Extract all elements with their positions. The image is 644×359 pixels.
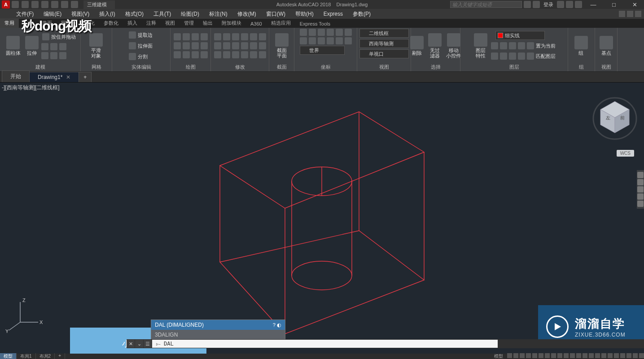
align-icon[interactable] [259, 42, 266, 49]
panel-title[interactable]: 视图 [597, 63, 615, 71]
ribbon-tab-home[interactable]: 常用 [0, 18, 19, 28]
panel-title[interactable]: 图层 [462, 63, 566, 71]
ribbon-tab-addins[interactable]: 附加模块 [217, 18, 246, 28]
a360-icon[interactable] [566, 1, 573, 8]
autocomplete-help-icon[interactable]: ? [273, 322, 276, 328]
chamfer-icon[interactable] [232, 42, 239, 49]
status-customize-icon[interactable] [639, 353, 644, 358]
minimize-button[interactable]: — [584, 0, 603, 9]
panel-title[interactable]: 截面 [271, 63, 292, 71]
polygon-icon[interactable] [183, 42, 190, 49]
slice-button[interactable]: 分割 [128, 52, 153, 61]
move-gizmo-button[interactable]: 移动 小控件 [444, 32, 463, 59]
tab-drawing1[interactable]: Drawing1*✕ [29, 72, 79, 82]
line-icon[interactable] [174, 33, 181, 40]
viewport-config-dropdown[interactable]: 单视口 [359, 49, 409, 58]
layout-tab-model[interactable]: 模型 [0, 353, 17, 359]
ribbon-tab-manage[interactable]: 管理 [180, 18, 198, 28]
navbar-wheel-icon[interactable] [637, 172, 644, 178]
extrude-button[interactable]: 拉伸 [23, 35, 40, 57]
panel-title[interactable]: 选择 [413, 63, 458, 71]
ucs-icon3[interactable] [318, 29, 325, 36]
autocomplete-item-dal[interactable]: DAL (DIMALIGNED) ? ◐ [151, 320, 285, 330]
status-polar-icon[interactable] [526, 353, 531, 358]
status-lock-icon[interactable] [614, 353, 619, 358]
layer-props-button[interactable]: 图层 特性 [472, 32, 489, 59]
ribbon-tab-annotate[interactable]: 注释 [142, 18, 161, 28]
sweep-icon[interactable] [50, 43, 57, 50]
panel-title[interactable]: 视图 [359, 63, 409, 71]
status-units-icon[interactable] [601, 353, 606, 358]
qat-save-icon[interactable] [31, 1, 39, 8]
ucs-icon8[interactable] [309, 37, 316, 44]
qat-undo-icon[interactable] [61, 1, 68, 8]
ucs-world-dropdown[interactable]: 世界 [300, 46, 345, 55]
ucs-icon6[interactable] [345, 29, 352, 36]
status-3dosnap-icon[interactable] [539, 353, 543, 358]
panel-title[interactable]: 实体编辑 [114, 63, 168, 71]
region-icon[interactable] [183, 51, 190, 58]
cylinder-button[interactable]: 圆柱体 [4, 35, 22, 57]
layout-tab-layout2[interactable]: 布局2 [36, 353, 55, 359]
3dpoly-icon[interactable] [201, 51, 208, 58]
status-ducs-icon[interactable] [551, 353, 556, 358]
commandline-close-icon[interactable]: ✕ [127, 340, 135, 348]
wcs-indicator[interactable]: WCS [617, 150, 634, 157]
qat-redo-icon[interactable] [71, 1, 78, 8]
ucs-icon9[interactable] [318, 37, 325, 44]
panel-title[interactable]: 组 [570, 63, 593, 71]
status-dyn-icon[interactable] [557, 353, 562, 358]
status-osnap-icon[interactable] [532, 353, 537, 358]
status-grid-icon[interactable] [507, 353, 512, 358]
circle-icon[interactable] [192, 33, 199, 40]
extrude-face-button[interactable]: 拉伸面 [128, 41, 153, 50]
signin-label[interactable]: 登录 [543, 1, 553, 8]
smooth-object-button[interactable]: 平滑 对象 [88, 32, 105, 59]
group-button[interactable]: 组 [573, 35, 590, 57]
helix-icon[interactable] [192, 51, 199, 58]
navbar-pan-icon[interactable] [637, 179, 644, 185]
extend-icon[interactable] [241, 33, 248, 40]
commandline-recent-icon[interactable]: ☰ [144, 340, 152, 348]
ucs-icon11[interactable] [336, 37, 343, 44]
tab-start[interactable]: 开始 [2, 70, 30, 82]
app-logo-icon[interactable]: A [2, 0, 10, 9]
ribbon-tab-view[interactable]: 视图 [161, 18, 180, 28]
doc-minimize-icon[interactable] [619, 11, 625, 17]
pline-icon[interactable] [183, 33, 190, 40]
visual-style-dropdown[interactable]: 二维线框 [359, 29, 409, 38]
status-hardware-icon[interactable] [626, 353, 631, 358]
close-button[interactable]: ✕ [625, 0, 644, 9]
ribbon-tab-insert[interactable]: 插入 [123, 18, 142, 28]
help-icon[interactable] [575, 1, 582, 8]
autocomplete-globe-icon[interactable]: ◐ [277, 322, 281, 328]
rect-icon[interactable] [174, 42, 181, 49]
panel-title[interactable]: 绘图 [172, 63, 209, 71]
move-icon[interactable] [214, 33, 221, 40]
view-cube[interactable]: 左 前 [592, 96, 637, 141]
menu-help[interactable]: 帮助(H) [293, 9, 316, 19]
status-cycling-icon[interactable] [576, 353, 581, 358]
ucs-icon5[interactable] [336, 29, 343, 36]
match-layer-button[interactable]: 匹配图层 [490, 52, 556, 61]
ucs-icon12[interactable] [345, 37, 352, 44]
status-isolate-icon[interactable] [620, 353, 625, 358]
menu-draw[interactable]: 绘图(D) [178, 9, 202, 19]
menu-tools[interactable]: 工具(T) [151, 9, 174, 19]
navbar-orbit-icon[interactable] [637, 193, 644, 200]
view-preset-dropdown[interactable]: 西南等轴测 [359, 39, 409, 48]
panel-title[interactable]: 网格 [83, 63, 110, 71]
viewport-controls[interactable]: -][西南等轴测][二维线框] [2, 84, 60, 92]
autocomplete-item-3dalign[interactable]: 3DALIGN [151, 330, 285, 340]
cull-button[interactable]: 剔除 [408, 35, 425, 57]
extract-edge-button[interactable]: 提取边 [128, 31, 153, 39]
status-cleanscreen-icon[interactable] [633, 353, 638, 358]
status-otrack-icon[interactable] [545, 353, 550, 358]
status-ortho-icon[interactable] [520, 353, 525, 358]
qat-plot-icon[interactable] [51, 1, 58, 8]
menu-dim[interactable]: 标注(N) [206, 9, 230, 19]
drawing-canvas[interactable]: -][西南等轴测][二维线框] [0, 83, 644, 354]
ucs-icon7[interactable] [300, 37, 307, 44]
union-icon[interactable] [50, 52, 57, 59]
ribbon-tab-express[interactable]: Express Tools [295, 20, 335, 28]
